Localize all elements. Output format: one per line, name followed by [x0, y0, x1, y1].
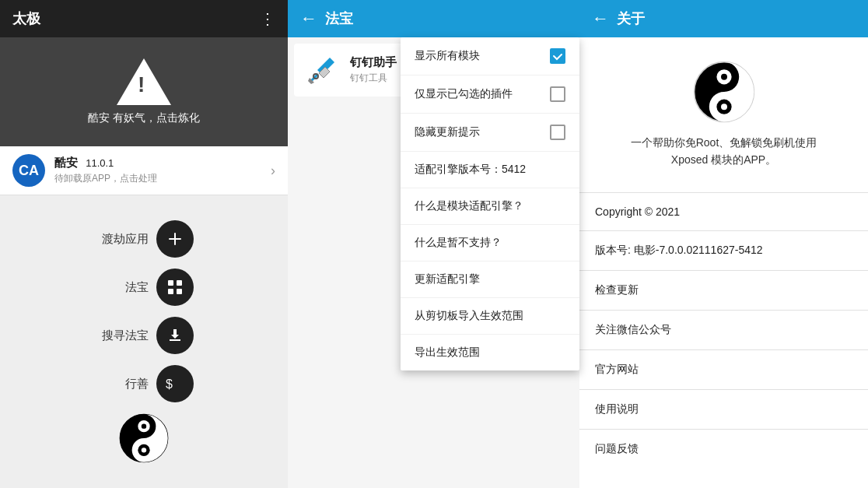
btn-row-dujie: 渡劫应用 [94, 220, 194, 258]
check-icon [552, 51, 563, 61]
dropdown-label-version: 适配引擎版本号：5412 [415, 163, 526, 175]
app-sub: 待卸载原APP，点击处理 [54, 172, 271, 185]
btn-dujie[interactable] [156, 220, 194, 258]
svg-rect-1 [177, 280, 182, 286]
svg-rect-2 [168, 289, 173, 294]
svg-text:$: $ [166, 377, 173, 391]
banner-area[interactable]: 酷安 有妖气，点击炼化 [0, 37, 288, 146]
dropdown-item-what-unsupported[interactable]: 什么是暂不支持？ [401, 225, 579, 262]
dropdown-item-hide-updates[interactable]: 隐藏更新提示 [401, 114, 579, 152]
app-name: 酷安 11.0.1 [54, 156, 271, 170]
btn-search-fabao[interactable] [156, 317, 194, 354]
btn-fabao[interactable] [156, 269, 194, 306]
dropdown-label-show-selected: 仅显示已勾选的插件 [415, 87, 513, 101]
about-content: 一个帮助你免Root、免解锁免刷机使用Xposed 模块的APP。 Copyri… [579, 37, 868, 488]
btn-label-xingshan: 行善 [94, 377, 149, 391]
about-manual[interactable]: 使用说明 [579, 389, 868, 429]
warning-icon [117, 58, 171, 105]
plus-icon [166, 230, 184, 248]
left-header: 太极 ⋮ [0, 0, 288, 37]
middle-header-title: 法宝 [325, 9, 353, 28]
about-check-update[interactable]: 检查更新 [579, 270, 868, 310]
dropdown-label-what-unsupported: 什么是暂不支持？ [415, 236, 502, 250]
app-item[interactable]: CA 酷安 11.0.1 待卸载原APP，点击处理 › [0, 146, 288, 195]
app-info: 酷安 11.0.1 待卸载原APP，点击处理 [54, 156, 271, 185]
about-copyright: Copyright © 2021 [579, 192, 868, 230]
dropdown-item-update-engine[interactable]: 更新适配引擎 [401, 262, 579, 298]
taiji-logo [119, 413, 169, 463]
middle-panel: ← 法宝 钉钉助手 钉钉工具 显示所有模块 仅显示已勾选的插件 [288, 0, 579, 488]
dropdown-menu: 显示所有模块 仅显示已勾选的插件 隐藏更新提示 适配引擎版本号：5412 什么是… [401, 37, 579, 370]
right-back-button[interactable]: ← [592, 9, 609, 29]
btn-label-dujie: 渡劫应用 [94, 232, 149, 247]
about-logo-area: 一个帮助你免Root、免解锁免刷机使用Xposed 模块的APP。 [579, 37, 868, 192]
dropdown-item-import-scope[interactable]: 从剪切板导入生效范围 [401, 298, 579, 335]
dropdown-item-version: 适配引擎版本号：5412 [401, 152, 579, 188]
about-feedback[interactable]: 问题反馈 [579, 429, 868, 469]
svg-rect-3 [177, 289, 182, 294]
dropdown-label-hide-updates: 隐藏更新提示 [415, 125, 480, 139]
svg-rect-0 [168, 280, 173, 286]
middle-back-button[interactable]: ← [300, 9, 317, 29]
plugin-sub: 钉钉工具 [350, 72, 397, 85]
svg-point-16 [721, 104, 727, 110]
plugin-info: 钉钉助手 钉钉工具 [350, 55, 397, 85]
download-icon [166, 326, 184, 345]
dropdown-item-show-all[interactable]: 显示所有模块 [401, 37, 579, 75]
right-header: ← 关于 [579, 0, 868, 37]
about-wechat[interactable]: 关注微信公众号 [579, 310, 868, 349]
banner-text: 酷安 有妖气，点击炼化 [88, 111, 200, 125]
svg-point-8 [142, 423, 146, 428]
more-options-icon[interactable]: ⋮ [260, 9, 275, 28]
checkbox-show-all[interactable] [550, 48, 565, 64]
btn-xingshan[interactable]: $ [156, 365, 194, 402]
btn-label-search: 搜寻法宝 [94, 328, 149, 343]
checkbox-hide-updates[interactable] [550, 125, 565, 140]
dropdown-item-export-scope[interactable]: 导出生效范围 [401, 335, 579, 370]
svg-point-15 [721, 74, 727, 80]
checkbox-show-selected[interactable] [550, 86, 565, 102]
about-logo-yinyang [693, 61, 755, 123]
left-header-title: 太极 [12, 9, 250, 28]
dropdown-label-import-scope: 从剪切板导入生效范围 [415, 309, 523, 323]
about-description: 一个帮助你免Root、免解锁免刷机使用Xposed 模块的APP。 [631, 134, 817, 169]
dropdown-label-show-all: 显示所有模块 [415, 49, 480, 63]
plugin-icon-tools [303, 51, 341, 89]
dropdown-label-what-engine: 什么是模块适配引擎？ [415, 199, 523, 213]
chevron-right-icon: › [271, 163, 275, 179]
btn-row-search: 搜寻法宝 [94, 317, 194, 354]
about-website[interactable]: 官方网站 [579, 349, 868, 389]
right-header-title: 关于 [617, 9, 645, 28]
btn-row-xingshan: 行善 $ [94, 365, 194, 402]
dollar-icon: $ [166, 374, 184, 393]
plugin-name: 钉钉助手 [350, 55, 397, 70]
btn-label-fabao: 法宝 [94, 280, 149, 295]
dropdown-item-show-selected[interactable]: 仅显示已勾选的插件 [401, 75, 579, 114]
app-icon-kuaan: CA [12, 154, 45, 187]
buttons-area: 渡劫应用 法宝 搜寻法宝 行善 [0, 195, 288, 488]
grid-icon [166, 278, 184, 297]
dropdown-label-update-engine: 更新适配引擎 [415, 272, 480, 286]
dropdown-item-what-engine[interactable]: 什么是模块适配引擎？ [401, 188, 579, 225]
left-panel: 太极 ⋮ 酷安 有妖气，点击炼化 CA 酷安 11.0.1 待卸载原APP，点击… [0, 0, 288, 488]
dropdown-label-export-scope: 导出生效范围 [415, 346, 480, 360]
btn-row-fabao: 法宝 [94, 269, 194, 306]
svg-point-9 [142, 448, 146, 452]
right-panel: ← 关于 一个帮助你免Root、免解锁免刷机使用Xposed 模块的APP。 C… [579, 0, 868, 488]
about-version: 版本号: 电影-7.0.0.02111627-5412 [579, 230, 868, 270]
middle-header: ← 法宝 [288, 0, 579, 37]
